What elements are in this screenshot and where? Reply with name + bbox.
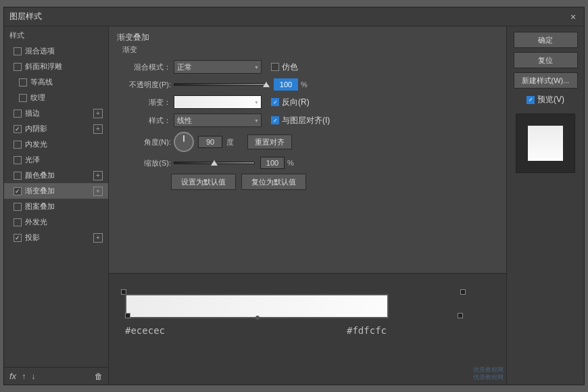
blending-label: 混合选项 xyxy=(25,46,55,56)
sidebar-item-pattern-overlay[interactable]: 图案叠加 xyxy=(4,199,108,214)
angle-row: 角度(N): 度 重置对齐 xyxy=(117,132,498,152)
up-arrow-button[interactable]: ↑ xyxy=(22,372,26,381)
style-select-wrapper: 线性 xyxy=(174,114,262,127)
center-top: 渐变叠加 渐变 混合模式： 正常 仿色 xyxy=(109,26,506,273)
watermark-line1: 优质教程网 xyxy=(473,366,504,374)
sidebar-item-inner-shadow[interactable]: 内阴影 + xyxy=(4,121,108,137)
opacity-thumb[interactable] xyxy=(263,82,270,87)
stroke-label: 描边 xyxy=(25,108,40,118)
opacity-row: 不透明度(P): % xyxy=(117,78,498,91)
angle-dial[interactable] xyxy=(174,132,194,152)
opacity-percent: % xyxy=(301,80,308,89)
sidebar-item-gradient-overlay[interactable]: 渐变叠加 + xyxy=(4,183,108,199)
layer-style-dialog: 图层样式 × 样式 混合选项 斜面和浮雕 等高线 纹理 xyxy=(3,7,585,385)
down-arrow-button[interactable]: ↓ xyxy=(31,372,35,381)
inner-glow-checkbox[interactable] xyxy=(14,141,22,149)
sidebar-item-satin[interactable]: 光泽 xyxy=(4,152,108,168)
title-bar: 图层样式 × xyxy=(4,7,584,26)
sidebar-item-contour[interactable]: 等高线 xyxy=(4,74,108,90)
align-checkbox[interactable] xyxy=(271,116,279,124)
left-panel-header: 样式 xyxy=(4,26,108,43)
reset-align-button[interactable]: 重置对齐 xyxy=(247,134,292,149)
sidebar-item-bevel[interactable]: 斜面和浮雕 xyxy=(4,59,108,74)
sidebar-item-inner-glow[interactable]: 内发光 xyxy=(4,137,108,152)
scale-percent: % xyxy=(287,159,294,167)
trash-button[interactable]: 🗑 xyxy=(95,372,103,381)
reset-button[interactable]: 复位 xyxy=(514,52,578,68)
confirm-button[interactable]: 确定 xyxy=(514,32,578,48)
angle-label: 角度(N): xyxy=(117,137,171,147)
satin-checkbox[interactable] xyxy=(14,156,22,164)
gradient-preview-wrapper xyxy=(174,95,262,109)
style-row: 样式： 线性 与图层对齐(I) xyxy=(117,114,498,127)
sidebar-item-texture[interactable]: 纹理 xyxy=(4,90,108,105)
preview-checkbox[interactable] xyxy=(526,96,535,104)
drop-shadow-checkbox[interactable] xyxy=(14,234,22,242)
gradient-bar-container xyxy=(116,287,499,320)
outer-glow-label: 外发光 xyxy=(25,217,47,227)
contour-checkbox[interactable] xyxy=(19,78,27,87)
gradient-preview[interactable] xyxy=(174,95,262,109)
inner-shadow-plus-button[interactable]: + xyxy=(93,124,103,134)
handle-bottom-right[interactable] xyxy=(458,313,463,318)
color-overlay-plus-button[interactable]: + xyxy=(93,171,103,180)
gradient-overlay-label: 渐变叠加 xyxy=(25,186,55,196)
inner-shadow-label: 内阴影 xyxy=(25,124,47,134)
style-select[interactable]: 线性 xyxy=(174,114,262,127)
scale-slider[interactable] xyxy=(174,162,255,164)
color-overlay-label: 颜色叠加 xyxy=(25,170,55,180)
reset-default-button[interactable]: 复位为默认值 xyxy=(241,174,306,190)
simulate-color-label: 仿色 xyxy=(282,62,298,73)
reverse-label: 反向(R) xyxy=(282,97,310,108)
opacity-input[interactable] xyxy=(274,78,298,91)
scale-label: 缩放(S): xyxy=(117,158,171,168)
align-label: 与图层对齐(I) xyxy=(282,115,330,126)
sidebar-item-outer-glow[interactable]: 外发光 xyxy=(4,214,108,230)
left-panel: 样式 混合选项 斜面和浮雕 等高线 纹理 描边 + xyxy=(4,26,109,385)
close-button[interactable]: × xyxy=(568,11,579,22)
gradient-overlay-checkbox[interactable] xyxy=(14,187,22,195)
start-color-label: #ececec xyxy=(125,325,165,336)
gradient-overlay-plus-button[interactable]: + xyxy=(93,187,103,196)
simulate-color-checkbox[interactable] xyxy=(271,63,279,71)
handle-top-right[interactable] xyxy=(460,289,466,295)
scale-thumb[interactable] xyxy=(211,160,218,166)
dialog-body: 样式 混合选项 斜面和浮雕 等高线 纹理 描边 + xyxy=(4,26,584,385)
center-preview-area: #ececec #fdfcfc 优质教程网 优质教程网 xyxy=(109,273,506,385)
blend-mode-row: 混合模式： 正常 仿色 xyxy=(117,60,498,74)
dialog-title: 图层样式 xyxy=(9,11,42,22)
reverse-checkbox[interactable] xyxy=(271,98,279,106)
sidebar-item-drop-shadow[interactable]: 投影 + xyxy=(4,230,108,245)
opacity-slider[interactable] xyxy=(174,83,268,86)
color-overlay-checkbox[interactable] xyxy=(14,172,22,180)
blending-checkbox[interactable] xyxy=(14,47,22,55)
right-panel: 确定 复位 新建样式(W)... 预览(V) xyxy=(506,26,584,385)
angle-input[interactable] xyxy=(198,136,222,148)
pattern-overlay-checkbox[interactable] xyxy=(14,203,22,211)
bevel-checkbox[interactable] xyxy=(14,63,22,71)
new-style-button[interactable]: 新建样式(W)... xyxy=(514,72,578,89)
sidebar-item-stroke[interactable]: 描边 + xyxy=(4,105,108,121)
contour-label: 等高线 xyxy=(30,77,53,87)
set-default-button[interactable]: 设置为默认值 xyxy=(171,174,236,190)
stroke-checkbox[interactable] xyxy=(14,109,22,118)
texture-label: 纹理 xyxy=(30,93,45,103)
watermark: 优质教程网 优质教程网 xyxy=(473,366,504,382)
blend-mode-select[interactable]: 正常 xyxy=(174,60,262,74)
gradient-bar xyxy=(126,295,387,317)
sidebar-item-color-overlay[interactable]: 颜色叠加 + xyxy=(4,168,108,183)
outer-glow-checkbox[interactable] xyxy=(14,218,22,226)
scale-input[interactable] xyxy=(260,157,285,169)
angle-section: 度 xyxy=(174,132,234,152)
texture-checkbox[interactable] xyxy=(19,94,27,102)
handle-bottom-left[interactable] xyxy=(125,313,130,318)
drop-shadow-plus-button[interactable]: + xyxy=(93,233,103,243)
watermark-line2: 优质教程网 xyxy=(473,374,504,382)
drop-shadow-label: 投影 xyxy=(25,232,40,243)
sidebar-item-blending[interactable]: 混合选项 xyxy=(4,43,108,59)
preview-checkbox-row: 预览(V) xyxy=(526,94,564,105)
inner-shadow-checkbox[interactable] xyxy=(14,125,22,133)
center-dot xyxy=(255,316,260,320)
opacity-label: 不透明度(P): xyxy=(117,80,171,90)
stroke-plus-button[interactable]: + xyxy=(93,109,103,118)
